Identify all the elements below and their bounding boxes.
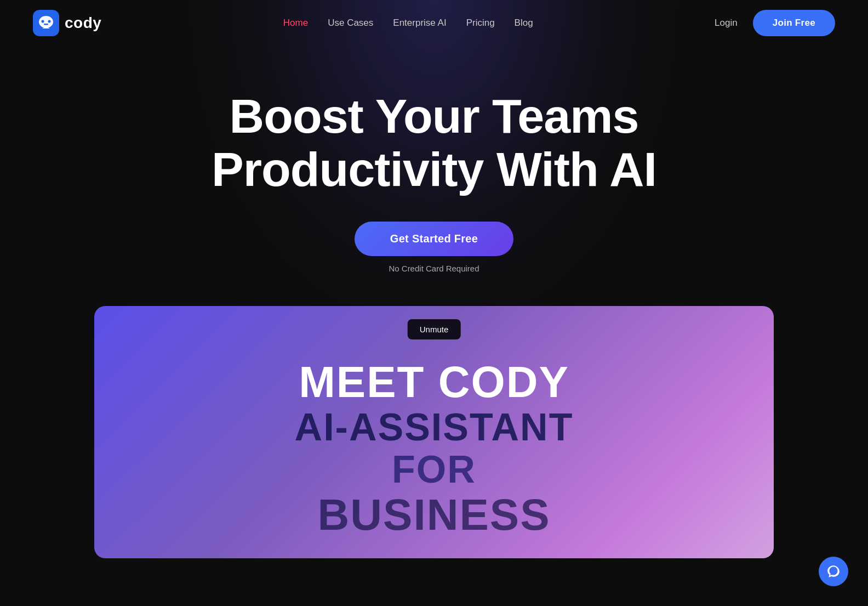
nav-links: Home Use Cases Enterprise AI Pricing Blo…: [283, 18, 533, 29]
join-free-button[interactable]: Join Free: [753, 10, 835, 36]
nav-blog[interactable]: Blog: [515, 18, 533, 28]
navbar: cody Home Use Cases Enterprise AI Pricin…: [0, 0, 868, 46]
login-link[interactable]: Login: [715, 18, 738, 29]
logo-text: cody: [65, 14, 101, 32]
chat-fab-button[interactable]: [819, 557, 848, 586]
nav-enterprise-ai[interactable]: Enterprise AI: [393, 18, 446, 28]
get-started-button[interactable]: Get Started Free: [355, 222, 513, 256]
video-section: Unmute MEET CODY AI-ASSISTANT FOR BUSINE…: [94, 306, 774, 558]
chat-icon: [826, 564, 841, 579]
for-text: FOR: [392, 449, 476, 491]
svg-point-3: [48, 20, 51, 23]
unmute-button[interactable]: Unmute: [408, 319, 461, 339]
ai-assistant-text: AI-ASSISTANT: [295, 406, 574, 449]
svg-point-1: [39, 16, 53, 28]
nav-home[interactable]: Home: [283, 18, 308, 28]
logo-icon: [33, 10, 59, 36]
no-credit-card-label: No Credit Card Required: [389, 264, 479, 273]
nav-pricing[interactable]: Pricing: [466, 18, 495, 28]
svg-rect-4: [44, 24, 48, 25]
nav-right: Login Join Free: [715, 10, 835, 36]
nav-use-cases[interactable]: Use Cases: [328, 18, 373, 28]
business-text: BUSINESS: [318, 491, 551, 539]
video-text-wrapper: MEET CODY AI-ASSISTANT FOR BUSINESS: [295, 325, 574, 539]
meet-cody-text: MEET CODY: [299, 358, 569, 406]
hero-section: Boost Your Teams Productivity With AI Ge…: [0, 46, 868, 306]
logo-link[interactable]: cody: [33, 10, 101, 36]
hero-cta-wrapper: Get Started Free No Credit Card Required: [355, 222, 513, 273]
hero-title: Boost Your Teams Productivity With AI: [212, 90, 656, 196]
svg-point-2: [42, 20, 44, 23]
